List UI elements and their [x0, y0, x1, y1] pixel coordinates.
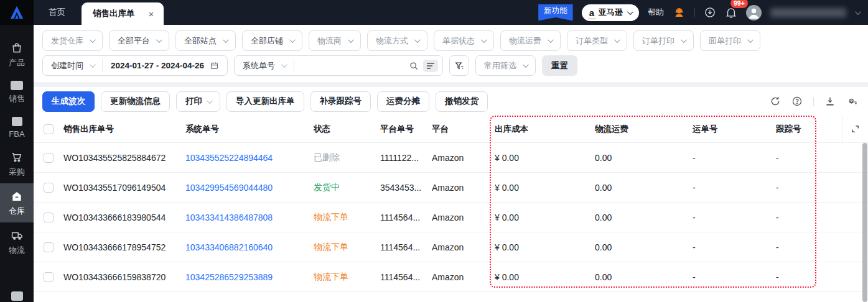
col-waybill[interactable]: 运单号: [688, 124, 771, 135]
tab-home[interactable]: 首页: [34, 0, 82, 25]
system-order-link[interactable]: 103433406882160640: [185, 242, 273, 252]
filter-order-print[interactable]: 订单打印: [633, 30, 694, 51]
expand-icon: [851, 124, 860, 134]
export-download-icon[interactable]: [824, 96, 836, 107]
col-tracking[interactable]: 跟踪号: [771, 124, 824, 135]
date-type-select[interactable]: 创建时间: [43, 56, 102, 75]
filter-doc-status[interactable]: 单据状态: [434, 30, 494, 51]
filter-freight[interactable]: 物流运费: [500, 30, 561, 51]
cancel-shipment-button[interactable]: 撤销发货: [436, 91, 488, 112]
tracking-number: -: [771, 272, 824, 282]
refresh-icon[interactable]: [770, 96, 781, 107]
sidebar-item-logistics[interactable]: 物流: [0, 222, 34, 262]
close-icon[interactable]: ×: [149, 9, 154, 19]
filter-order-type[interactable]: 订单类型: [567, 30, 627, 51]
search-icon[interactable]: [409, 61, 419, 71]
app-logo[interactable]: [0, 0, 34, 25]
row-checkbox[interactable]: [44, 242, 54, 252]
divider: [694, 7, 695, 17]
table-row[interactable]: WO103433666183980544 103433414386487808 …: [34, 203, 868, 232]
select-all-checkbox[interactable]: [44, 124, 54, 134]
platform-order-number: 1114564...: [380, 272, 432, 282]
system-order-link[interactable]: 103429954569044480: [185, 183, 273, 193]
sidebar-item-ad[interactable]: AD: [0, 285, 34, 302]
new-feature-badge[interactable]: 新功能: [538, 4, 573, 21]
table-row[interactable]: WO103433666159838720 103425286529253889 …: [34, 262, 868, 292]
system-order-link[interactable]: 103435525224894464: [185, 153, 273, 163]
wo-number: WO103435517096149504: [63, 183, 185, 193]
table-row[interactable]: WO103433666178954752 103433406882160640 …: [34, 232, 868, 262]
top-navbar: 首页 销售出库单 × 新功能 a 亚马逊 帮助 99+: [0, 0, 868, 25]
col-outbound-cost[interactable]: 出库成本: [490, 124, 589, 135]
add-tracking-button[interactable]: 补录跟踪号: [310, 91, 371, 112]
row-checkbox[interactable]: [44, 183, 54, 193]
table-row[interactable]: WO103435517096149504 103429954569044480 …: [34, 173, 868, 203]
ad-icon: AD: [11, 291, 23, 301]
filter-site[interactable]: 全部站点: [175, 30, 236, 51]
system-order-link[interactable]: 103433414386487808: [185, 213, 273, 222]
filter-store[interactable]: 全部店铺: [242, 30, 302, 51]
outbound-cost: ¥ 0.00: [490, 183, 589, 193]
help-link[interactable]: 帮助: [648, 7, 664, 18]
sidebar-item-sales[interactable]: SEL 销售: [0, 74, 34, 110]
notifications[interactable]: 99+: [725, 6, 737, 19]
multi-line-search-icon[interactable]: [423, 60, 438, 72]
filter-ship-warehouse[interactable]: 发货仓库: [42, 30, 103, 51]
status-badge: 已删除: [314, 152, 380, 163]
platform-order-number: 1114564...: [380, 242, 432, 252]
col-platform[interactable]: 平台: [432, 124, 490, 135]
search-input[interactable]: [301, 61, 404, 70]
support-headset-icon[interactable]: [673, 6, 686, 19]
update-logistics-button[interactable]: 更新物流信息: [101, 91, 170, 112]
sidebar-item-product[interactable]: 产品: [0, 35, 34, 74]
table-tools: [770, 96, 858, 107]
truck-icon: [11, 229, 24, 242]
search-type-select[interactable]: 系统单号: [235, 56, 294, 75]
wo-number: WO103433666159838720: [63, 272, 185, 282]
advanced-filter-button[interactable]: [449, 55, 469, 76]
tab-sales-outbound[interactable]: 销售出库单 ×: [82, 2, 164, 25]
sidebar-item-warehouse[interactable]: 仓库: [0, 183, 34, 222]
divider: [813, 97, 814, 106]
outbound-cost: ¥ 0.00: [490, 242, 589, 252]
waybill-number: -: [688, 213, 771, 222]
sidebar-item-purchase[interactable]: 采购: [0, 144, 34, 183]
sidebar-item-fba[interactable]: a FBA: [0, 110, 34, 144]
vertical-scrollbar[interactable]: [862, 143, 867, 302]
tracking-number: -: [771, 242, 824, 252]
expand-table-button[interactable]: [842, 116, 868, 142]
row-checkbox[interactable]: [44, 213, 54, 222]
column-settings-icon[interactable]: [846, 96, 858, 107]
row-checkbox[interactable]: [44, 272, 54, 282]
reset-button[interactable]: 重置: [542, 55, 577, 76]
cart-icon: [11, 151, 23, 163]
system-order-link[interactable]: 103425286529253889: [185, 272, 273, 282]
sidebar-item-label: 仓库: [9, 206, 25, 217]
filter-platform[interactable]: 全部平台: [109, 30, 169, 51]
filter-logistics-provider[interactable]: 物流商: [309, 30, 361, 51]
marketplace-switcher[interactable]: a 亚马逊: [582, 4, 639, 21]
row-checkbox[interactable]: [44, 153, 54, 163]
date-range-picker[interactable]: 2024-01-27 - 2024-04-26: [103, 56, 227, 75]
table-row[interactable]: WO103435525825884672 103435525224894464 …: [34, 143, 868, 173]
col-platform-number[interactable]: 平台单号: [380, 124, 432, 135]
col-wo-number[interactable]: 销售出库单号: [63, 124, 185, 135]
saved-filters-select[interactable]: 常用筛选: [475, 55, 536, 76]
download-center-icon[interactable]: [704, 6, 716, 19]
filter-logistics-method[interactable]: 物流方式: [367, 30, 427, 51]
filter-label-print[interactable]: 面单打印: [700, 30, 760, 51]
generate-wave-button[interactable]: 生成波次: [42, 91, 95, 112]
freight: 0.00: [589, 183, 688, 193]
import-update-button[interactable]: 导入更新出库单: [226, 91, 304, 112]
col-system-number[interactable]: 系统单号: [185, 124, 314, 135]
col-status[interactable]: 状态: [314, 124, 380, 135]
col-freight[interactable]: 物流运费: [589, 124, 688, 135]
freight-allocation-button[interactable]: 运费分摊: [377, 91, 429, 112]
avatar[interactable]: [746, 5, 762, 21]
filter-panel: 发货仓库 全部平台 全部站点 全部店铺 物流商 物流方式 单据状态 物流运费 订…: [34, 25, 868, 82]
platform: Amazon: [432, 183, 490, 193]
help-circle-icon[interactable]: [791, 96, 803, 107]
print-button[interactable]: 打印: [176, 91, 220, 112]
chevron-down-icon[interactable]: [855, 9, 861, 15]
warehouse-icon: [11, 190, 23, 203]
